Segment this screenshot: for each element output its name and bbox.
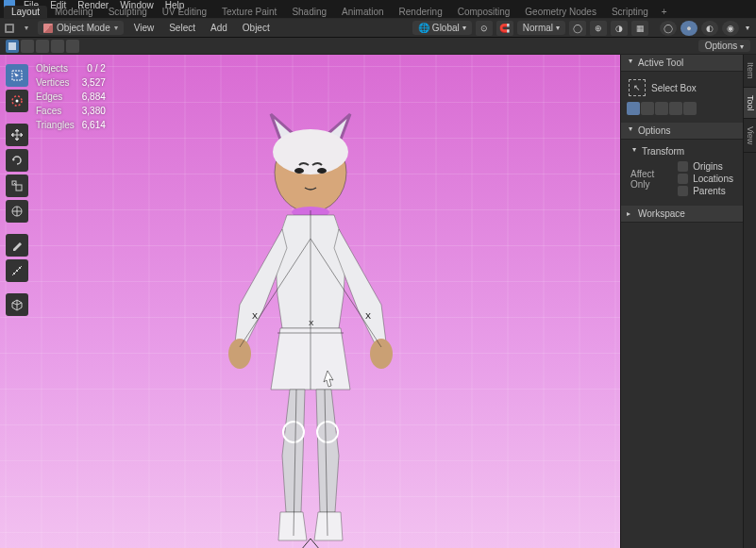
transform-subheader[interactable]: ▸ Transform bbox=[627, 143, 737, 159]
snap-label: Normal bbox=[523, 23, 553, 33]
panel-title: Options bbox=[638, 125, 670, 136]
select-invert-icon[interactable] bbox=[669, 102, 682, 115]
n-panel-tabs: Item Tool View bbox=[743, 55, 756, 548]
panel-active-tool-body: ↖ Select Box bbox=[621, 72, 743, 123]
panel-options-body: ▸ Transform Affect Only Origins Location… bbox=[621, 140, 743, 206]
disclosure-icon: ▸ bbox=[630, 148, 639, 156]
svg-text:X: X bbox=[252, 311, 258, 321]
tool-select-box[interactable] bbox=[6, 64, 28, 87]
viewport-options-button[interactable]: Options ▾ bbox=[698, 40, 750, 52]
orientation-label: Global bbox=[432, 23, 460, 33]
overlay-more-icon[interactable] bbox=[66, 40, 79, 53]
stat-value: 6,614 bbox=[82, 119, 111, 131]
tool-cursor[interactable] bbox=[6, 90, 28, 112]
tab-scripting[interactable]: Scripting bbox=[604, 6, 656, 18]
tab-geometry-nodes[interactable]: Geometry Nodes bbox=[517, 6, 604, 18]
select-intersect-icon[interactable] bbox=[683, 102, 697, 115]
panel-workspace-header[interactable]: ▸ Workspace bbox=[621, 206, 743, 223]
overlay-objects-icon[interactable] bbox=[6, 40, 19, 53]
snap-toggle-icon[interactable]: 🧲 bbox=[496, 21, 513, 36]
tool-name-label: Select Box bbox=[651, 83, 697, 93]
tool-scale[interactable] bbox=[6, 174, 28, 197]
stat-value: 6,884 bbox=[82, 91, 111, 103]
panel-title: Active Tool bbox=[638, 58, 683, 68]
editor-type-icon[interactable] bbox=[4, 23, 15, 34]
tab-compositing[interactable]: Compositing bbox=[450, 6, 518, 18]
shading-chevron-icon[interactable]: ▾ bbox=[743, 24, 752, 32]
disclosure-icon: ▸ bbox=[627, 209, 634, 218]
character-mesh[interactable]: X X X bbox=[188, 107, 433, 548]
header-select[interactable]: Select bbox=[164, 21, 200, 35]
shading-material-icon[interactable]: ◐ bbox=[701, 21, 718, 36]
check-label: Origins bbox=[693, 161, 723, 172]
editor-type-chevron-icon[interactable]: ▾ bbox=[21, 23, 32, 34]
chevron-down-icon: ▾ bbox=[556, 24, 560, 32]
header-add[interactable]: Add bbox=[206, 21, 232, 35]
shading-solid-icon[interactable]: ● bbox=[680, 21, 697, 36]
tool-move[interactable] bbox=[6, 124, 28, 146]
stat-key: Vertices bbox=[36, 76, 80, 89]
overlay-mesh-icon[interactable] bbox=[21, 40, 34, 53]
overlay-bone-icon[interactable] bbox=[36, 40, 49, 53]
chevron-down-icon: ▾ bbox=[114, 24, 118, 32]
svg-text:X: X bbox=[309, 319, 314, 327]
panel-title: Workspace bbox=[638, 208, 685, 219]
chevron-down-icon: ▾ bbox=[740, 42, 744, 51]
select-extend-icon[interactable] bbox=[641, 102, 654, 115]
stat-key: Triangles bbox=[36, 119, 80, 131]
shading-wireframe-icon[interactable]: ◯ bbox=[660, 21, 677, 36]
tool-measure[interactable] bbox=[6, 259, 28, 282]
pivot-icon[interactable]: ⊙ bbox=[476, 21, 493, 36]
stat-value: 3,380 bbox=[82, 105, 111, 117]
vtab-tool[interactable]: Tool bbox=[744, 88, 756, 120]
select-mode-row bbox=[627, 102, 737, 115]
panel-options-header[interactable]: ▸ Options bbox=[621, 123, 743, 140]
workspace-tabs: Layout Modeling Sculpting UV Editing Tex… bbox=[0, 9, 756, 19]
svg-rect-2 bbox=[8, 42, 16, 50]
tool-rotate[interactable] bbox=[6, 149, 28, 172]
tab-rendering[interactable]: Rendering bbox=[392, 6, 450, 18]
stat-key: Edges bbox=[36, 91, 80, 103]
select-subtract-icon[interactable] bbox=[655, 102, 668, 115]
affect-only-label: Affect Only bbox=[630, 169, 670, 190]
panel-active-tool-header[interactable]: ▸ Active Tool bbox=[621, 55, 743, 72]
gizmo-toggle-icon[interactable]: ⊕ bbox=[590, 21, 607, 36]
tab-modeling[interactable]: Modeling bbox=[47, 6, 101, 18]
object-mode-icon bbox=[43, 24, 53, 33]
checkbox-locations[interactable] bbox=[678, 174, 688, 184]
shading-rendered-icon[interactable]: ◉ bbox=[722, 21, 739, 36]
add-workspace-button[interactable]: + bbox=[656, 6, 673, 18]
tab-texture-paint[interactable]: Texture Paint bbox=[214, 6, 284, 18]
check-label: Parents bbox=[693, 186, 725, 196]
chevron-down-icon: ▾ bbox=[462, 24, 466, 32]
overlay-mode-bar: Options ▾ bbox=[0, 38, 756, 55]
mode-selector[interactable]: Object Mode ▾ bbox=[38, 21, 124, 35]
overlay-other-icon[interactable] bbox=[51, 40, 64, 53]
header-view[interactable]: View bbox=[129, 21, 160, 35]
tab-shading[interactable]: Shading bbox=[284, 6, 334, 18]
tool-add-primitive[interactable] bbox=[6, 293, 28, 316]
vtab-view[interactable]: View bbox=[744, 119, 756, 153]
3d-viewport[interactable]: Objects0 / 2 Vertices3,527 Edges6,884 Fa… bbox=[0, 55, 620, 548]
select-set-icon[interactable] bbox=[627, 102, 640, 115]
snap-mode-dropdown[interactable]: Normal ▾ bbox=[517, 21, 565, 35]
tab-layout[interactable]: Layout bbox=[4, 6, 47, 18]
proportional-edit-icon[interactable]: ◯ bbox=[569, 21, 586, 36]
checkbox-parents[interactable] bbox=[678, 186, 688, 196]
vtab-item[interactable]: Item bbox=[744, 55, 756, 88]
header-object[interactable]: Object bbox=[238, 21, 275, 35]
transform-label: Transform bbox=[642, 146, 684, 157]
overlay-toggle-icon[interactable]: ◑ bbox=[611, 21, 628, 36]
svg-rect-1 bbox=[7, 25, 12, 31]
checkbox-origins[interactable] bbox=[678, 161, 688, 172]
tab-sculpting[interactable]: Sculpting bbox=[101, 6, 155, 18]
tool-transform[interactable] bbox=[6, 200, 28, 223]
tab-animation[interactable]: Animation bbox=[334, 6, 391, 18]
tool-annotate[interactable] bbox=[6, 234, 28, 257]
tab-uv-editing[interactable]: UV Editing bbox=[155, 6, 214, 18]
disclosure-icon: ▸ bbox=[627, 127, 635, 135]
stat-value: 3,527 bbox=[82, 76, 111, 89]
options-label: Options bbox=[705, 41, 737, 51]
orientation-dropdown[interactable]: 🌐 Global ▾ bbox=[412, 21, 472, 35]
xray-toggle-icon[interactable]: ▦ bbox=[631, 21, 648, 36]
